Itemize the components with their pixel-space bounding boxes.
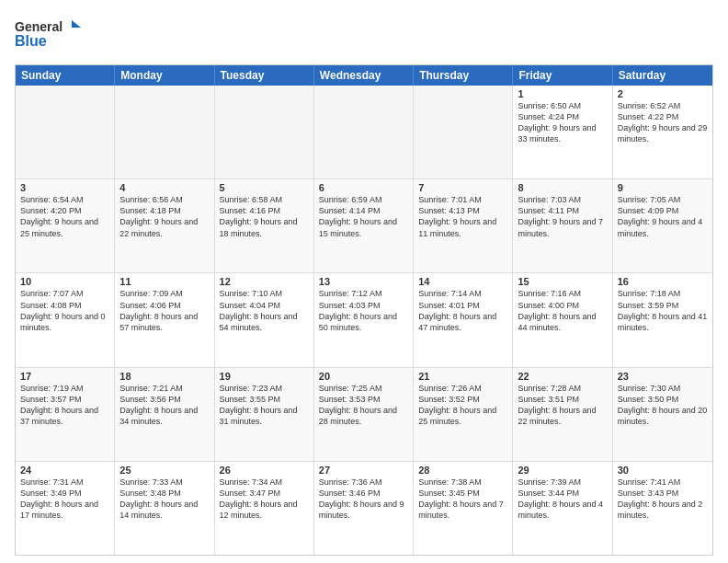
- day-info: Sunrise: 7:34 AM Sunset: 3:47 PM Dayligh…: [220, 477, 309, 522]
- calendar: SundayMondayTuesdayWednesdayThursdayFrid…: [15, 64, 713, 556]
- day-number: 27: [319, 465, 408, 476]
- day-cell-29: 29Sunrise: 7:39 AM Sunset: 3:44 PM Dayli…: [513, 462, 612, 555]
- day-cell-18: 18Sunrise: 7:21 AM Sunset: 3:56 PM Dayli…: [115, 368, 214, 461]
- header: General Blue: [15, 11, 713, 59]
- day-cell-28: 28Sunrise: 7:38 AM Sunset: 3:45 PM Dayli…: [414, 462, 513, 555]
- day-info: Sunrise: 7:16 AM Sunset: 4:00 PM Dayligh…: [518, 288, 607, 333]
- day-cell-7: 7Sunrise: 7:01 AM Sunset: 4:13 PM Daylig…: [414, 179, 513, 272]
- day-info: Sunrise: 7:38 AM Sunset: 3:45 PM Dayligh…: [418, 477, 507, 522]
- day-info: Sunrise: 7:26 AM Sunset: 3:52 PM Dayligh…: [418, 383, 507, 428]
- empty-cell: [16, 86, 115, 178]
- svg-text:Blue: Blue: [15, 33, 47, 49]
- day-number: 3: [20, 182, 109, 193]
- day-number: 8: [518, 182, 607, 193]
- day-number: 7: [418, 182, 507, 193]
- header-day-thursday: Thursday: [414, 65, 513, 86]
- week-row-3: 10Sunrise: 7:07 AM Sunset: 4:08 PM Dayli…: [16, 273, 712, 367]
- day-info: Sunrise: 7:01 AM Sunset: 4:13 PM Dayligh…: [418, 194, 507, 239]
- day-info: Sunrise: 6:58 AM Sunset: 4:16 PM Dayligh…: [220, 194, 309, 239]
- day-number: 12: [220, 276, 309, 287]
- day-cell-26: 26Sunrise: 7:34 AM Sunset: 3:47 PM Dayli…: [215, 462, 314, 555]
- week-row-2: 3Sunrise: 6:54 AM Sunset: 4:20 PM Daylig…: [16, 179, 712, 273]
- day-number: 21: [418, 371, 507, 382]
- day-cell-20: 20Sunrise: 7:25 AM Sunset: 3:53 PM Dayli…: [314, 368, 414, 461]
- header-day-monday: Monday: [115, 65, 214, 86]
- day-number: 13: [319, 276, 408, 287]
- day-info: Sunrise: 7:36 AM Sunset: 3:46 PM Dayligh…: [319, 477, 408, 522]
- week-row-1: 1Sunrise: 6:50 AM Sunset: 4:24 PM Daylig…: [16, 86, 712, 179]
- day-info: Sunrise: 7:12 AM Sunset: 4:03 PM Dayligh…: [319, 288, 408, 333]
- day-number: 22: [518, 371, 607, 382]
- day-cell-11: 11Sunrise: 7:09 AM Sunset: 4:06 PM Dayli…: [115, 273, 214, 366]
- day-info: Sunrise: 7:31 AM Sunset: 3:49 PM Dayligh…: [20, 477, 109, 522]
- day-cell-8: 8Sunrise: 7:03 AM Sunset: 4:11 PM Daylig…: [513, 179, 612, 272]
- day-info: Sunrise: 7:10 AM Sunset: 4:04 PM Dayligh…: [220, 288, 309, 333]
- header-day-wednesday: Wednesday: [314, 65, 414, 86]
- week-row-4: 17Sunrise: 7:19 AM Sunset: 3:57 PM Dayli…: [16, 368, 712, 462]
- day-cell-4: 4Sunrise: 6:56 AM Sunset: 4:18 PM Daylig…: [115, 179, 214, 272]
- day-cell-16: 16Sunrise: 7:18 AM Sunset: 3:59 PM Dayli…: [613, 273, 712, 366]
- day-cell-23: 23Sunrise: 7:30 AM Sunset: 3:50 PM Dayli…: [613, 368, 712, 461]
- day-number: 11: [119, 276, 209, 287]
- day-number: 16: [618, 276, 708, 287]
- day-cell-12: 12Sunrise: 7:10 AM Sunset: 4:04 PM Dayli…: [215, 273, 314, 366]
- day-cell-5: 5Sunrise: 6:58 AM Sunset: 4:16 PM Daylig…: [215, 179, 314, 272]
- header-day-saturday: Saturday: [613, 65, 712, 86]
- day-cell-1: 1Sunrise: 6:50 AM Sunset: 4:24 PM Daylig…: [513, 86, 612, 178]
- day-cell-19: 19Sunrise: 7:23 AM Sunset: 3:55 PM Dayli…: [215, 368, 314, 461]
- day-number: 17: [20, 371, 109, 382]
- day-info: Sunrise: 7:30 AM Sunset: 3:50 PM Dayligh…: [618, 383, 708, 428]
- day-number: 23: [618, 371, 708, 382]
- day-number: 1: [518, 88, 607, 99]
- day-info: Sunrise: 7:07 AM Sunset: 4:08 PM Dayligh…: [20, 288, 109, 333]
- day-number: 9: [618, 182, 708, 193]
- day-number: 26: [220, 465, 309, 476]
- week-row-5: 24Sunrise: 7:31 AM Sunset: 3:49 PM Dayli…: [16, 462, 712, 555]
- day-cell-14: 14Sunrise: 7:14 AM Sunset: 4:01 PM Dayli…: [414, 273, 513, 366]
- day-info: Sunrise: 6:50 AM Sunset: 4:24 PM Dayligh…: [518, 100, 607, 145]
- svg-text:General: General: [15, 19, 63, 34]
- day-number: 19: [220, 371, 309, 382]
- day-number: 20: [319, 371, 408, 382]
- day-info: Sunrise: 7:28 AM Sunset: 3:51 PM Dayligh…: [518, 383, 607, 428]
- day-number: 6: [319, 182, 408, 193]
- day-cell-24: 24Sunrise: 7:31 AM Sunset: 3:49 PM Dayli…: [16, 462, 115, 555]
- day-number: 18: [119, 371, 209, 382]
- day-number: 10: [20, 276, 109, 287]
- day-cell-9: 9Sunrise: 7:05 AM Sunset: 4:09 PM Daylig…: [613, 179, 712, 272]
- day-info: Sunrise: 6:56 AM Sunset: 4:18 PM Dayligh…: [119, 194, 209, 239]
- logo-icon: General Blue: [15, 15, 97, 55]
- day-cell-25: 25Sunrise: 7:33 AM Sunset: 3:48 PM Dayli…: [115, 462, 214, 555]
- day-info: Sunrise: 7:39 AM Sunset: 3:44 PM Dayligh…: [518, 477, 607, 522]
- day-cell-17: 17Sunrise: 7:19 AM Sunset: 3:57 PM Dayli…: [16, 368, 115, 461]
- empty-cell: [414, 86, 513, 178]
- day-number: 30: [618, 465, 708, 476]
- day-info: Sunrise: 7:03 AM Sunset: 4:11 PM Dayligh…: [518, 194, 607, 239]
- empty-cell: [115, 86, 214, 178]
- page: General Blue SundayMondayTuesdayWednesda…: [0, 0, 728, 563]
- day-cell-6: 6Sunrise: 6:59 AM Sunset: 4:14 PM Daylig…: [314, 179, 414, 272]
- svg-marker-1: [72, 20, 81, 28]
- day-cell-22: 22Sunrise: 7:28 AM Sunset: 3:51 PM Dayli…: [513, 368, 612, 461]
- day-cell-30: 30Sunrise: 7:41 AM Sunset: 3:43 PM Dayli…: [613, 462, 712, 555]
- calendar-body: 1Sunrise: 6:50 AM Sunset: 4:24 PM Daylig…: [16, 86, 712, 555]
- day-info: Sunrise: 7:09 AM Sunset: 4:06 PM Dayligh…: [119, 288, 209, 333]
- day-number: 24: [20, 465, 109, 476]
- day-info: Sunrise: 7:21 AM Sunset: 3:56 PM Dayligh…: [119, 383, 209, 428]
- day-cell-21: 21Sunrise: 7:26 AM Sunset: 3:52 PM Dayli…: [414, 368, 513, 461]
- logo-text: General Blue: [15, 15, 97, 59]
- day-cell-3: 3Sunrise: 6:54 AM Sunset: 4:20 PM Daylig…: [16, 179, 115, 272]
- day-number: 25: [119, 465, 209, 476]
- day-info: Sunrise: 7:18 AM Sunset: 3:59 PM Dayligh…: [618, 288, 708, 333]
- day-info: Sunrise: 7:14 AM Sunset: 4:01 PM Dayligh…: [418, 288, 507, 333]
- day-info: Sunrise: 7:33 AM Sunset: 3:48 PM Dayligh…: [119, 477, 209, 522]
- day-cell-10: 10Sunrise: 7:07 AM Sunset: 4:08 PM Dayli…: [16, 273, 115, 366]
- day-cell-27: 27Sunrise: 7:36 AM Sunset: 3:46 PM Dayli…: [314, 462, 414, 555]
- day-cell-2: 2Sunrise: 6:52 AM Sunset: 4:22 PM Daylig…: [613, 86, 712, 178]
- empty-cell: [215, 86, 314, 178]
- day-number: 15: [518, 276, 607, 287]
- empty-cell: [314, 86, 414, 178]
- day-info: Sunrise: 7:25 AM Sunset: 3:53 PM Dayligh…: [319, 383, 408, 428]
- header-day-sunday: Sunday: [16, 65, 115, 86]
- day-info: Sunrise: 7:19 AM Sunset: 3:57 PM Dayligh…: [20, 383, 109, 428]
